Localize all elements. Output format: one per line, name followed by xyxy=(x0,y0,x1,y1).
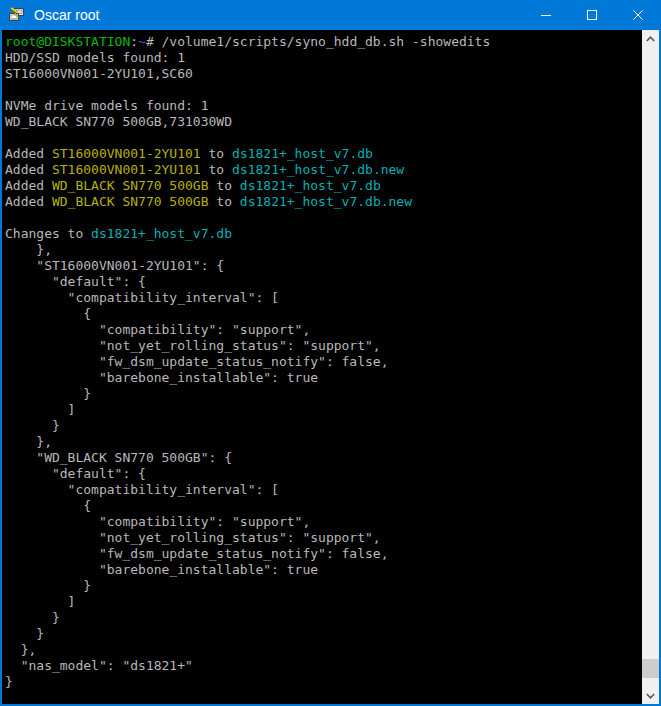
terminal-line: "not_yet_rolling_status": "support", xyxy=(5,530,642,546)
putty-icon xyxy=(8,7,24,23)
terminal-line: ST16000VN001-2YU101,SC60 xyxy=(5,66,642,82)
minimize-button[interactable] xyxy=(523,0,569,30)
scrollbar[interactable] xyxy=(642,30,659,704)
window-title: Oscar root xyxy=(34,7,523,23)
terminal-line xyxy=(5,130,642,146)
terminal-line: Added WD_BLACK SN770 500GB to ds1821+_ho… xyxy=(5,178,642,194)
terminal-line: HDD/SSD models found: 1 xyxy=(5,50,642,66)
terminal-line: { xyxy=(5,498,642,514)
terminal-window: Oscar root root@DISKSTATION:~# /volume1/… xyxy=(0,0,661,706)
terminal-line: } xyxy=(5,578,642,594)
terminal-line: } xyxy=(5,386,642,402)
close-icon xyxy=(633,10,643,20)
scrollbar-thumb[interactable] xyxy=(642,659,659,678)
terminal-line: }, xyxy=(5,242,642,258)
terminal-line: "barebone_installable": true xyxy=(5,562,642,578)
chevron-down-icon xyxy=(646,693,655,699)
terminal-line: }, xyxy=(5,434,642,450)
terminal-line: } xyxy=(5,418,642,434)
terminal-line: "nas_model": "ds1821+" xyxy=(5,658,642,674)
terminal-line: "barebone_installable": true xyxy=(5,370,642,386)
terminal-line: { xyxy=(5,306,642,322)
terminal-line: WD_BLACK SN770 500GB,731030WD xyxy=(5,114,642,130)
terminal-line: NVMe drive models found: 1 xyxy=(5,98,642,114)
scrollbar-track[interactable] xyxy=(642,47,659,687)
terminal-line: "fw_dsm_update_status_notify": false, xyxy=(5,546,642,562)
terminal-line: "compatibility": "support", xyxy=(5,514,642,530)
terminal-line: "default": { xyxy=(5,466,642,482)
terminal-line: Added WD_BLACK SN770 500GB to ds1821+_ho… xyxy=(5,194,642,210)
terminal-line: Added ST16000VN001-2YU101 to ds1821+_hos… xyxy=(5,146,642,162)
terminal-line xyxy=(5,210,642,226)
scroll-down-button[interactable] xyxy=(642,687,659,704)
terminal-line: "not_yet_rolling_status": "support", xyxy=(5,338,642,354)
terminal-line: "default": { xyxy=(5,274,642,290)
terminal-line: "ST16000VN001-2YU101": { xyxy=(5,258,642,274)
terminal-line: "compatibility_interval": [ xyxy=(5,290,642,306)
terminal-line: Added ST16000VN001-2YU101 to ds1821+_hos… xyxy=(5,162,642,178)
terminal-line: ] xyxy=(5,594,642,610)
terminal-line: } xyxy=(5,674,642,690)
terminal-line: root@DISKSTATION:~# /volume1/scripts/syn… xyxy=(5,34,642,50)
terminal-line: } xyxy=(5,626,642,642)
terminal-line: } xyxy=(5,610,642,626)
terminal-output[interactable]: root@DISKSTATION:~# /volume1/scripts/syn… xyxy=(2,30,642,704)
terminal-line: ] xyxy=(5,402,642,418)
terminal-line: }, xyxy=(5,642,642,658)
terminal-line: "compatibility_interval": [ xyxy=(5,482,642,498)
minimize-icon xyxy=(541,10,551,20)
chevron-up-icon xyxy=(646,36,655,42)
terminal-line: "compatibility": "support", xyxy=(5,322,642,338)
client-area: root@DISKSTATION:~# /volume1/scripts/syn… xyxy=(0,30,661,706)
close-button[interactable] xyxy=(615,0,661,30)
titlebar[interactable]: Oscar root xyxy=(0,0,661,30)
terminal-line: "WD_BLACK SN770 500GB": { xyxy=(5,450,642,466)
terminal-line xyxy=(5,82,642,98)
scroll-up-button[interactable] xyxy=(642,30,659,47)
terminal-line: Changes to ds1821+_host_v7.db xyxy=(5,226,642,242)
terminal-line: "fw_dsm_update_status_notify": false, xyxy=(5,354,642,370)
maximize-icon xyxy=(587,10,597,20)
maximize-button[interactable] xyxy=(569,0,615,30)
